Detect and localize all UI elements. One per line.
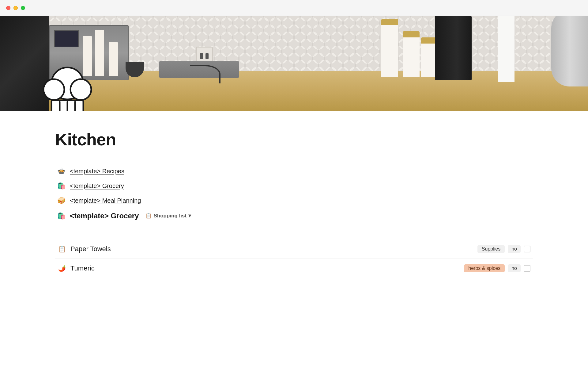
hero-image [0, 16, 588, 111]
grocery-label[interactable]: <template> Grocery [70, 182, 124, 190]
minimize-button[interactable] [13, 6, 18, 10]
paper-towel-roll [498, 16, 514, 82]
paper-towels-tags: Supplies no [477, 245, 530, 253]
faucet [551, 16, 588, 86]
grocery-row-tumeric: 🌶️ Tumeric herbs & spices no [55, 259, 533, 278]
maximize-button[interactable] [21, 6, 25, 10]
active-grocery-title[interactable]: <template> Grocery [70, 212, 139, 220]
template-list: 🍲 <template> Recipes 🛍️ <template> Groce… [55, 165, 533, 223]
shopping-list-view-toggle[interactable]: 📋 Shopping list ▾ [143, 211, 194, 220]
tumeric-tags: herbs & spices no [464, 264, 530, 272]
bottle-2 [95, 30, 104, 76]
paper-towels-checkbox[interactable] [524, 246, 530, 252]
active-grocery-icon: 🛍️ [57, 212, 66, 220]
template-grocery[interactable]: 🛍️ <template> Grocery [55, 179, 533, 192]
list-view-icon: 📋 [145, 213, 152, 219]
active-template-grocery[interactable]: 🛍️ <template> Grocery 📋 Shopping list ▾ [55, 209, 533, 223]
template-meal-planning[interactable]: 🥪 <template> Meal Planning [55, 194, 533, 207]
window-chrome [0, 0, 588, 16]
paper-towels-icon: 📋 [58, 245, 66, 253]
recipes-icon: 🍲 [57, 167, 66, 175]
tumeric-purchased[interactable]: no [508, 264, 521, 272]
chef-hat-container [40, 65, 95, 111]
view-label: Shopping list [153, 213, 187, 219]
chef-hat-icon [40, 65, 95, 111]
tumeric-category[interactable]: herbs & spices [464, 264, 505, 272]
paper-towels-category[interactable]: Supplies [477, 245, 505, 253]
template-recipes[interactable]: 🍲 <template> Recipes [55, 165, 533, 178]
section-divider [55, 232, 533, 232]
grocery-row-paper-towels: 📋 Paper Towels Supplies no [55, 240, 533, 259]
waffle-cord [190, 65, 221, 83]
container-2 [403, 31, 420, 77]
recipes-label[interactable]: <template> Recipes [70, 168, 124, 175]
tumeric-checkbox[interactable] [524, 265, 530, 272]
page-title: Kitchen [55, 129, 533, 149]
close-button[interactable] [6, 6, 10, 10]
bottle-3 [109, 42, 118, 76]
paper-towels-purchased[interactable]: no [508, 245, 521, 253]
main-content: Kitchen 🍲 <template> Recipes 🛍️ <templat… [0, 111, 588, 303]
svg-point-2 [70, 79, 91, 100]
meal-planning-icon: 🥪 [57, 197, 66, 205]
container-1 [381, 19, 398, 77]
tumeric-icon: 🌶️ [58, 265, 66, 272]
paper-towels-name: Paper Towels [70, 245, 473, 253]
svg-point-1 [43, 79, 64, 100]
chevron-down-icon: ▾ [188, 213, 191, 219]
meal-planning-label[interactable]: <template> Meal Planning [70, 197, 141, 204]
coffee-machine [435, 16, 472, 80]
grocery-icon: 🛍️ [57, 182, 66, 190]
grocery-table: 📋 Paper Towels Supplies no 🌶️ Tumeric he… [55, 240, 533, 278]
tumeric-name: Tumeric [70, 264, 460, 272]
